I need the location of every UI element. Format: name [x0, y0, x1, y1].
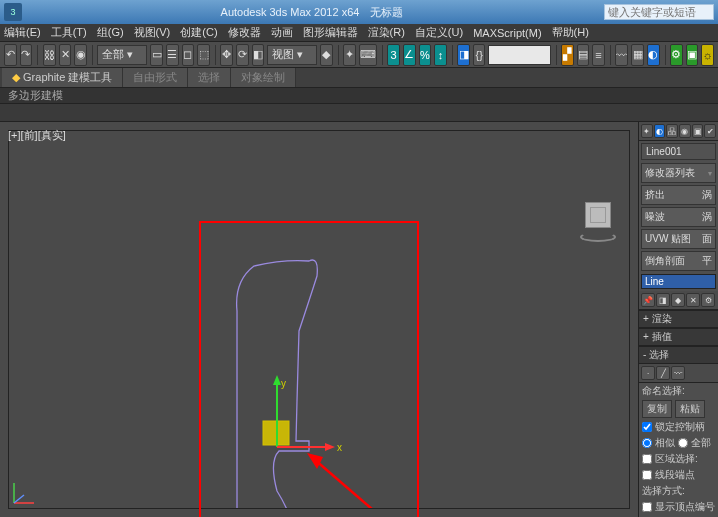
render-setup-button[interactable]: ⚙: [670, 44, 683, 66]
rollout-render[interactable]: + 渲染: [639, 310, 718, 328]
configure-icon[interactable]: ⚙: [701, 293, 715, 307]
named-selection-input[interactable]: [488, 45, 550, 65]
mirror-button[interactable]: ▞: [561, 44, 574, 66]
create-named-button[interactable]: {}: [473, 44, 486, 66]
preset-noise-button[interactable]: 噪波涡: [641, 207, 716, 227]
show-end-icon[interactable]: ◨: [656, 293, 670, 307]
render-button[interactable]: ☼: [701, 44, 714, 66]
segment-end-checkbox[interactable]: [642, 470, 652, 480]
angle-snap-button[interactable]: ∠: [403, 44, 416, 66]
viewcube-ring-icon[interactable]: [580, 232, 616, 242]
modifier-list-label: 修改器列表: [645, 166, 695, 180]
material-editor-button[interactable]: ◐: [647, 44, 660, 66]
select-object-button[interactable]: ▭: [150, 44, 163, 66]
spinner-snap-button[interactable]: ↕: [434, 44, 447, 66]
bind-button[interactable]: ◉: [74, 44, 87, 66]
modifier-list-dropdown[interactable]: 修改器列表▾: [641, 163, 716, 183]
selection-filter-dropdown[interactable]: 全部 ▾: [97, 45, 147, 65]
menu-edit[interactable]: 编辑(E): [4, 25, 41, 40]
menu-rendering[interactable]: 渲染(R): [368, 25, 405, 40]
vertex-level-icon[interactable]: ·: [641, 366, 655, 380]
select-region-button[interactable]: ◻: [182, 44, 195, 66]
gizmo-y-label: y: [281, 378, 286, 389]
utilities-tab-icon[interactable]: ✔: [704, 124, 716, 138]
undo-button[interactable]: ↶: [4, 44, 17, 66]
snap-toggle-button[interactable]: 3: [387, 44, 400, 66]
modify-tab-icon[interactable]: ◐: [654, 124, 666, 138]
menu-help[interactable]: 帮助(H): [552, 25, 589, 40]
use-pivot-button[interactable]: ◆: [320, 44, 333, 66]
select-by-name-button[interactable]: ☰: [166, 44, 179, 66]
menu-maxscript[interactable]: MAXScript(M): [473, 27, 541, 39]
ribbon-tab-paint[interactable]: 对象绘制: [231, 68, 296, 87]
segment-level-icon[interactable]: ╱: [656, 366, 670, 380]
align-button[interactable]: ▤: [577, 44, 590, 66]
select-by-row: 选择方式:: [639, 483, 718, 499]
unlink-button[interactable]: ✕: [59, 44, 72, 66]
ref-coord-dropdown[interactable]: 视图 ▾: [267, 45, 317, 65]
menu-tools[interactable]: 工具(T): [51, 25, 87, 40]
viewport-front[interactable]: y x: [8, 130, 630, 509]
all-label: 全部: [691, 436, 711, 450]
hierarchy-tab-icon[interactable]: 品: [666, 124, 678, 138]
rollout-selection[interactable]: - 选择: [639, 346, 718, 364]
schematic-view-button[interactable]: ▦: [631, 44, 644, 66]
motion-tab-icon[interactable]: ◉: [679, 124, 691, 138]
lock-handles-checkbox[interactable]: [642, 422, 652, 432]
preset-chamfer-button[interactable]: 倒角剖面平: [641, 251, 716, 271]
ribbon-tab-graphite[interactable]: ◆ Graphite 建模工具: [2, 68, 123, 87]
show-vertnum-label: 显示顶点编号: [655, 500, 715, 514]
layer-manager-button[interactable]: ≡: [592, 44, 605, 66]
ribbon-tabs: ◆ Graphite 建模工具 自由形式 选择 对象绘制: [0, 68, 718, 88]
link-button[interactable]: ⛓: [43, 44, 56, 66]
menu-create[interactable]: 创建(C): [180, 25, 217, 40]
modifier-stack-item[interactable]: Line: [642, 275, 715, 288]
area-select-checkbox[interactable]: [642, 454, 652, 464]
modifier-stack[interactable]: Line: [641, 274, 716, 289]
curve-editor-button[interactable]: 〰: [615, 44, 628, 66]
pin-stack-icon[interactable]: 📌: [641, 293, 655, 307]
ribbon-tab-selection[interactable]: 选择: [188, 68, 231, 87]
menu-modifiers[interactable]: 修改器: [228, 25, 261, 40]
viewport-label[interactable]: [+][前][真实]: [8, 128, 66, 143]
menu-animation[interactable]: 动画: [271, 25, 293, 40]
rollout-interpolation[interactable]: + 插值: [639, 328, 718, 346]
menu-customize[interactable]: 自定义(U): [415, 25, 463, 40]
object-name-field[interactable]: Line001: [641, 143, 716, 160]
toolbar-separator: [382, 45, 383, 65]
display-tab-icon[interactable]: ▣: [692, 124, 704, 138]
viewcube-face-icon[interactable]: [585, 202, 611, 228]
window-crossing-button[interactable]: ⬚: [197, 44, 210, 66]
ribbon-tab-freeform[interactable]: 自由形式: [123, 68, 188, 87]
gizmo-x-arrow-icon[interactable]: [325, 443, 335, 451]
all-radio[interactable]: [678, 438, 688, 448]
make-unique-icon[interactable]: ◆: [671, 293, 685, 307]
preset-extrude-button[interactable]: 挤出涡: [641, 185, 716, 205]
viewcube[interactable]: [578, 202, 618, 242]
rollout-label: 渲染: [652, 313, 672, 324]
menu-graph-editors[interactable]: 图形编辑器: [303, 25, 358, 40]
create-tab-icon[interactable]: ✦: [641, 124, 653, 138]
remove-mod-icon[interactable]: ✕: [686, 293, 700, 307]
paste-button[interactable]: 粘贴: [675, 400, 705, 418]
preset-uvw-button[interactable]: UVW 贴图面: [641, 229, 716, 249]
scale-button[interactable]: ◧: [252, 44, 265, 66]
gizmo-y-arrow-icon[interactable]: [273, 375, 281, 385]
spline-level-icon[interactable]: 〰: [671, 366, 685, 380]
segment-end-row: 线段端点: [639, 467, 718, 483]
rendered-frame-button[interactable]: ▣: [686, 44, 699, 66]
help-search-input[interactable]: [604, 4, 714, 20]
menu-group[interactable]: 组(G): [97, 25, 124, 40]
redo-button[interactable]: ↷: [20, 44, 33, 66]
rotate-button[interactable]: ⟳: [236, 44, 249, 66]
edit-named-button[interactable]: ◨: [457, 44, 470, 66]
show-vertnum-checkbox[interactable]: [642, 502, 652, 512]
copy-button[interactable]: 复制: [642, 400, 672, 418]
app-logo-icon[interactable]: 3: [4, 3, 22, 21]
move-button[interactable]: ✥: [220, 44, 233, 66]
manipulate-button[interactable]: ✦: [343, 44, 356, 66]
keyboard-shortcut-button[interactable]: ⌨: [359, 44, 377, 66]
alike-radio[interactable]: [642, 438, 652, 448]
percent-snap-button[interactable]: %: [419, 44, 432, 66]
menu-view[interactable]: 视图(V): [134, 25, 171, 40]
